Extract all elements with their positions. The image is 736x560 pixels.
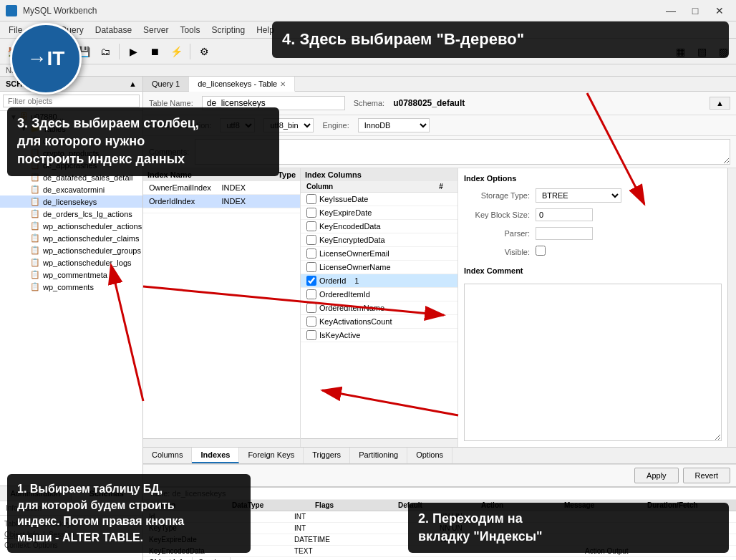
tree-de-excavatormini[interactable]: 📋 de_excavatormini	[0, 183, 142, 195]
io-visible-input	[536, 246, 722, 258]
tab-query1[interactable]: Query 1	[143, 77, 189, 91]
toolbar-separator-2	[119, 44, 120, 59]
filter-input[interactable]	[3, 95, 140, 107]
tree-wp-comments[interactable]: 📋 wp_comments	[0, 281, 142, 293]
app-icon	[6, 5, 17, 16]
toolbar-stop[interactable]: ⏹	[145, 42, 165, 62]
hscroll-ic[interactable]	[301, 438, 457, 447]
toolbar-settings[interactable]: ⚙	[194, 42, 214, 62]
parser-input[interactable]	[536, 227, 593, 240]
index-row-new[interactable]	[143, 208, 300, 213]
tree-wp-commentmeta[interactable]: 📋 wp_commentmeta	[0, 269, 142, 281]
io-parser-label: Parser:	[464, 229, 536, 238]
engine-select[interactable]: InnoDB	[358, 118, 430, 132]
io-storage-label: Storage Type:	[464, 191, 536, 200]
io-comment-label: Index Comment	[464, 264, 722, 278]
io-visible-label: Visible:	[464, 248, 536, 256]
schema-value: u0788025_default	[393, 98, 465, 108]
ic-row-orderitem-id: OrderedItemId	[301, 288, 457, 301]
ic-cb-expire[interactable]	[306, 208, 316, 218]
menu-scripting[interactable]: Scripting	[205, 24, 251, 37]
tree-wp-groups[interactable]: 📋 wp_actionscheduler_groups	[0, 244, 142, 256]
app-title: MySQL Workbench	[23, 6, 97, 16]
index-row-owner[interactable]: OwnerEmailIndex INDEX	[143, 181, 300, 195]
close-button[interactable]: ✕	[709, 4, 730, 18]
menu-tools[interactable]: Tools	[174, 24, 205, 37]
toolbar-execute[interactable]: ▶	[123, 42, 143, 62]
ic-cb-orderitem-name[interactable]	[306, 303, 316, 313]
title-bar-left: MySQL Workbench	[6, 5, 97, 16]
index-list: OwnerEmailIndex INDEX OrderIdIndex INDEX	[143, 181, 300, 438]
bottom-nav-tabs: Object Info Session	[143, 557, 736, 560]
tab-licensekeys-table[interactable]: de_licensekeys - Table ✕	[189, 77, 295, 92]
storage-type-select[interactable]: BTREE HASH RTREE	[536, 188, 621, 203]
collapse-button[interactable]: ▲	[710, 97, 730, 110]
tree-wp-actions[interactable]: 📋 wp_actionscheduler_actions	[0, 220, 142, 232]
vscroll-options[interactable]	[727, 168, 736, 447]
maximize-button[interactable]: □	[684, 4, 706, 18]
ic-cb-encrypted[interactable]	[306, 235, 316, 245]
ic-row-owner-name: LicenseOwnerName	[301, 261, 457, 274]
toolbar-explain[interactable]: ⚡	[166, 42, 186, 62]
btab-options[interactable]: Options	[407, 448, 452, 463]
ic-row-issue: KeyIssueDate	[301, 193, 457, 206]
ic-cb-orderitem-id[interactable]	[306, 289, 316, 299]
io-keyblock-label: Key Block Size:	[464, 211, 536, 219]
ic-cb-activations[interactable]	[306, 317, 316, 327]
btab-indexes[interactable]: Indexes	[192, 448, 239, 463]
tree-wp-logs[interactable]: 📋 wp_actionscheduler_logs	[0, 256, 142, 269]
ic-row-orderid: OrderId 1	[301, 274, 457, 288]
tab-close-icon[interactable]: ✕	[280, 80, 286, 88]
io-parser-row: Parser:	[464, 227, 722, 240]
io-parser-input	[536, 227, 722, 240]
annotation-3: 3. Здесь выбираем столбец, для которого …	[7, 107, 279, 176]
ic-cb-owner-name[interactable]	[306, 262, 316, 272]
ic-cb-encoded[interactable]	[306, 221, 316, 231]
index-list-area: Index Name Type OwnerEmailIndex INDEX Or…	[143, 168, 301, 447]
menu-database[interactable]: Database	[89, 24, 137, 37]
ic-cb-orderid[interactable]	[306, 276, 316, 286]
index-columns-area: Index Columns Column # KeyIssueDate KeyE…	[301, 168, 458, 447]
visible-checkbox[interactable]	[536, 246, 546, 256]
btm-session-tab[interactable]: Session	[193, 557, 231, 560]
ic-row-expire: KeyExpireDate	[301, 206, 457, 220]
tree-de-licensekeys[interactable]: 📋 de_licensekeys	[0, 195, 142, 208]
tree-de-orders[interactable]: 📋 de_orders_lcs_lg_actions	[0, 208, 142, 220]
schema-header-label: Schema:	[354, 99, 384, 107]
tree-wp-claims[interactable]: 📋 wp_actionscheduler_claims	[0, 232, 142, 244]
revert-button[interactable]: Revert	[683, 468, 730, 483]
ic-row-encoded: KeyEncodedData	[301, 220, 457, 233]
ic-cb-issue[interactable]	[306, 194, 316, 204]
btm-obj-info-tab[interactable]: Object Info	[143, 557, 193, 560]
io-storage-input: BTREE HASH RTREE	[536, 188, 722, 203]
btab-partitioning[interactable]: Partitioning	[350, 448, 407, 463]
io-visible-row: Visible:	[464, 246, 722, 258]
toolbar-save-all[interactable]: 🗂	[95, 42, 115, 62]
ic-row-encrypted: KeyEncryptedData	[301, 233, 457, 247]
key-block-input[interactable]	[536, 208, 593, 221]
menu-server[interactable]: Server	[137, 24, 174, 37]
ic-row-owner-email: LicenseOwnerEmail	[301, 247, 457, 261]
btab-triggers[interactable]: Triggers	[304, 448, 350, 463]
annotation-2: 2. Переходим на вкладку "Индексы"	[408, 503, 729, 553]
table-name-label-text: Table Name:	[149, 99, 193, 107]
nav-bar: Navigato...	[0, 64, 736, 77]
btab-foreignkeys[interactable]: Foreign Keys	[239, 448, 304, 463]
ic-row-orderitem-name: OrderedItemName	[301, 301, 457, 315]
apply-button[interactable]: Apply	[634, 468, 679, 483]
title-bar: MySQL Workbench — □ ✕	[0, 0, 736, 21]
minimize-button[interactable]: —	[660, 4, 682, 18]
schemas-collapse[interactable]: ▲	[129, 79, 137, 88]
index-row-orderid[interactable]: OrderIdIndex INDEX	[143, 195, 300, 208]
hscroll-index-list[interactable]	[143, 438, 300, 447]
annotation-1: 1. Выбираем таблицу БД, для которой буде…	[7, 474, 251, 553]
ic-cb-owner-email[interactable]	[306, 248, 316, 259]
title-bar-controls: — □ ✕	[660, 4, 730, 18]
indexes-panel: Index Name Type OwnerEmailIndex INDEX Or…	[143, 168, 736, 447]
ic-cols-header: Column #	[301, 181, 457, 193]
toolbar-separator-3	[190, 44, 190, 59]
index-options-area: Index Options Storage Type: BTREE HASH R…	[458, 168, 727, 447]
ic-cb-active[interactable]	[306, 330, 316, 340]
btab-columns[interactable]: Columns	[143, 448, 192, 463]
io-comment-textarea[interactable]	[464, 284, 722, 441]
